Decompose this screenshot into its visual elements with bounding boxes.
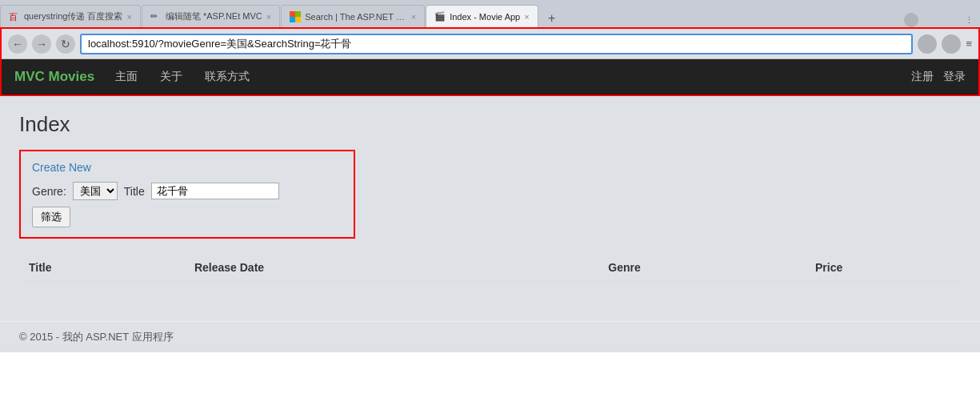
app-navbar: MVC Movies 主面 关于 联系方式 注册 登录	[2, 59, 978, 94]
tab-2[interactable]: ✏ 编辑随笔 *ASP.NEt MVC ×	[142, 5, 280, 27]
footer-text: © 2015 - 我的 ASP.NET 应用程序	[19, 331, 174, 343]
browser-icons: ≡	[918, 34, 972, 54]
browser-window: 百 querystring传递 百度搜索 × ✏ 编辑随笔 *ASP.NEt M…	[0, 0, 980, 352]
page-title: Index	[19, 112, 961, 137]
refresh-button[interactable]: ↻	[56, 34, 75, 54]
nav-right: 注册 登录	[911, 70, 966, 84]
address-input[interactable]	[80, 34, 913, 54]
nav-links: 主面 关于 联系方式	[110, 66, 254, 87]
nav-link-contact[interactable]: 联系方式	[200, 66, 254, 87]
app-brand: MVC Movies	[14, 69, 94, 85]
tab-3-favicon	[290, 11, 301, 22]
browser-icon-1	[918, 34, 937, 54]
tab-1-label: querystring传递 百度搜索	[24, 10, 122, 22]
filter-box: Create New Genre: 全部 美国 英国 法国 Title 筛选	[19, 150, 355, 239]
browser-profile	[922, 14, 962, 26]
table-header-row: Title Release Date Genre Price	[19, 255, 961, 281]
tab-4-favicon: 🎬	[434, 11, 446, 22]
svg-rect-1	[295, 11, 301, 17]
page-content: Index Create New Genre: 全部 美国 英国 法国 Titl…	[0, 96, 980, 321]
col-title: Title	[19, 255, 185, 281]
nav-register[interactable]: 注册	[911, 70, 934, 84]
tab-1[interactable]: 百 querystring传递 百度搜索 ×	[0, 5, 141, 27]
address-bar-row: ← → ↻ ≡	[2, 29, 978, 59]
col-genre: Genre	[598, 255, 806, 281]
outlined-top-area: ← → ↻ ≡ MVC Movies 主面 关于 联系方式 注册 登录	[0, 27, 980, 96]
title-label: Title	[124, 185, 145, 198]
tab-2-close[interactable]: ×	[262, 12, 271, 22]
browser-menu-dots[interactable]: ≡	[966, 38, 972, 50]
create-new-link[interactable]: Create New	[32, 161, 342, 174]
nav-link-home[interactable]: 主面	[110, 66, 142, 87]
tab-2-favicon: ✏	[150, 11, 162, 22]
tab-1-close[interactable]: ×	[122, 12, 131, 22]
title-input[interactable]	[151, 183, 279, 199]
forward-button[interactable]: →	[32, 34, 51, 54]
filter-button[interactable]: 筛选	[32, 207, 70, 227]
nav-login[interactable]: 登录	[943, 70, 966, 84]
col-price: Price	[806, 255, 961, 281]
movie-table: Title Release Date Genre Price	[19, 255, 961, 281]
tab-4[interactable]: 🎬 Index - Movie App ×	[426, 5, 538, 27]
tab-1-favicon: 百	[9, 11, 20, 22]
genre-label: Genre:	[32, 185, 66, 198]
table-header: Title Release Date Genre Price	[19, 255, 961, 281]
tab-3-label: Search | The ASP.NET S...	[305, 12, 407, 22]
genre-select[interactable]: 全部 美国 英国 法国	[73, 182, 118, 200]
svg-rect-2	[290, 17, 295, 22]
nav-link-about[interactable]: 关于	[155, 66, 187, 87]
browser-user-icon	[904, 13, 918, 27]
browser-menu-icon[interactable]: ⋮	[965, 15, 974, 26]
page-footer: © 2015 - 我的 ASP.NET 应用程序	[0, 321, 980, 352]
tab-4-close[interactable]: ×	[520, 12, 529, 22]
svg-rect-0	[290, 11, 295, 17]
browser-icon-2	[942, 34, 961, 54]
tab-3-close[interactable]: ×	[407, 12, 416, 22]
svg-rect-3	[295, 17, 301, 22]
back-button[interactable]: ←	[8, 34, 27, 54]
new-tab-button[interactable]: +	[541, 10, 563, 27]
tab-4-label: Index - Movie App	[450, 12, 520, 22]
tab-3[interactable]: Search | The ASP.NET S... ×	[281, 5, 425, 27]
filter-row: Genre: 全部 美国 英国 法国 Title	[32, 182, 342, 200]
tab-bar: 百 querystring传递 百度搜索 × ✏ 编辑随笔 *ASP.NEt M…	[0, 0, 980, 27]
col-release-date: Release Date	[185, 255, 598, 281]
tab-2-label: 编辑随笔 *ASP.NEt MVC	[166, 10, 262, 22]
